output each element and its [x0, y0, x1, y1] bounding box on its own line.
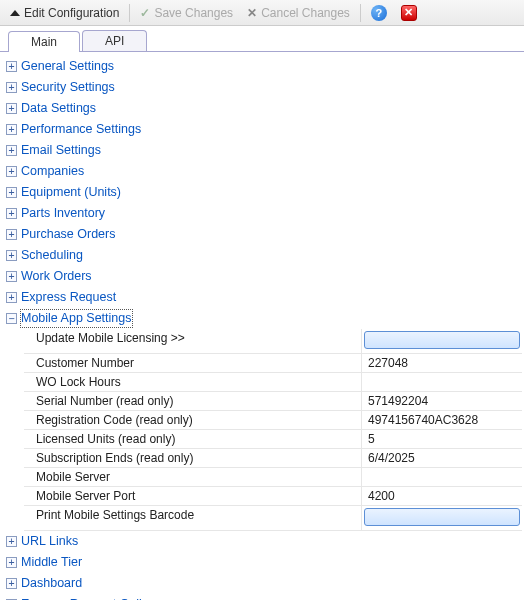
expand-icon[interactable]: + — [6, 61, 17, 72]
tree-label: Scheduling — [21, 247, 83, 264]
row-mobile-port: Mobile Server Port 4200 — [24, 487, 522, 506]
tree-security-settings[interactable]: + Security Settings — [2, 77, 522, 98]
tree-label: Express Request Online — [21, 596, 156, 600]
label-mobile-server: Mobile Server — [24, 468, 362, 486]
label-print-barcode: Print Mobile Settings Barcode — [24, 506, 362, 530]
value-reg-code: 4974156740AC3628 — [362, 411, 522, 429]
tree-express-request-online[interactable]: + Express Request Online — [2, 594, 522, 600]
label-wo-lock-hours: WO Lock Hours — [24, 373, 362, 391]
separator — [129, 4, 130, 22]
expand-icon[interactable]: + — [6, 82, 17, 93]
chevron-up-icon — [10, 10, 20, 16]
row-mobile-server: Mobile Server — [24, 468, 522, 487]
value-mobile-server[interactable] — [362, 468, 522, 486]
tree-url-links[interactable]: + URL Links — [2, 531, 522, 552]
row-update-licensing: Update Mobile Licensing >> — [24, 329, 522, 354]
x-icon: ✕ — [247, 6, 257, 20]
save-changes-label: Save Changes — [154, 6, 233, 20]
tree-label: Data Settings — [21, 100, 96, 117]
expand-icon[interactable]: + — [6, 229, 17, 240]
edit-config-label: Edit Configuration — [24, 6, 119, 20]
expand-icon[interactable]: + — [6, 145, 17, 156]
tree-label: Middle Tier — [21, 554, 82, 571]
tree-label: Companies — [21, 163, 84, 180]
tab-strip: Main API — [0, 26, 524, 52]
tree-purchase-orders[interactable]: + Purchase Orders — [2, 224, 522, 245]
tree-email-settings[interactable]: + Email Settings — [2, 140, 522, 161]
tree-label: Security Settings — [21, 79, 115, 96]
save-changes-button: ✓ Save Changes — [134, 4, 239, 22]
toolbar: Edit Configuration ✓ Save Changes ✕ Canc… — [0, 0, 524, 26]
tree-label: Parts Inventory — [21, 205, 105, 222]
tree-label: Email Settings — [21, 142, 101, 159]
expand-icon[interactable]: + — [6, 271, 17, 282]
label-reg-code: Registration Code (read only) — [24, 411, 362, 429]
tree-middle-tier[interactable]: + Middle Tier — [2, 552, 522, 573]
label-serial-number: Serial Number (read only) — [24, 392, 362, 410]
tree-content: + General Settings + Security Settings +… — [0, 52, 524, 600]
value-mobile-port[interactable]: 4200 — [362, 487, 522, 505]
tree-label: Work Orders — [21, 268, 92, 285]
tree-dashboard[interactable]: + Dashboard — [2, 573, 522, 594]
tree-parts-inventory[interactable]: + Parts Inventory — [2, 203, 522, 224]
value-wo-lock-hours[interactable] — [362, 373, 522, 391]
cancel-changes-label: Cancel Changes — [261, 6, 350, 20]
tab-main[interactable]: Main — [8, 31, 80, 52]
value-customer-number[interactable]: 227048 — [362, 354, 522, 372]
row-print-barcode: Print Mobile Settings Barcode — [24, 506, 522, 531]
tree-label: Purchase Orders — [21, 226, 115, 243]
update-licensing-button[interactable] — [364, 331, 520, 349]
value-licensed-units: 5 — [362, 430, 522, 448]
tree-label: Mobile App Settings — [21, 310, 132, 327]
check-icon: ✓ — [140, 6, 150, 20]
tree-mobile-app-settings[interactable]: − Mobile App Settings — [2, 308, 522, 329]
expand-icon[interactable]: + — [6, 578, 17, 589]
expand-icon[interactable]: + — [6, 166, 17, 177]
expand-icon[interactable]: + — [6, 187, 17, 198]
row-licensed-units: Licensed Units (read only) 5 — [24, 430, 522, 449]
tree-performance-settings[interactable]: + Performance Settings — [2, 119, 522, 140]
row-serial-number: Serial Number (read only) 571492204 — [24, 392, 522, 411]
separator — [360, 4, 361, 22]
row-customer-number: Customer Number 227048 — [24, 354, 522, 373]
value-serial-number: 571492204 — [362, 392, 522, 410]
tree-label: General Settings — [21, 58, 114, 75]
close-icon: ✕ — [401, 5, 417, 21]
tab-api[interactable]: API — [82, 30, 147, 51]
label-licensed-units: Licensed Units (read only) — [24, 430, 362, 448]
expand-icon[interactable]: + — [6, 103, 17, 114]
tree-scheduling[interactable]: + Scheduling — [2, 245, 522, 266]
edit-config-button[interactable]: Edit Configuration — [4, 4, 125, 22]
row-reg-code: Registration Code (read only) 4974156740… — [24, 411, 522, 430]
expand-icon[interactable]: + — [6, 250, 17, 261]
tree-label: Equipment (Units) — [21, 184, 121, 201]
tree-companies[interactable]: + Companies — [2, 161, 522, 182]
label-mobile-port: Mobile Server Port — [24, 487, 362, 505]
tree-label: Dashboard — [21, 575, 82, 592]
tree-label: URL Links — [21, 533, 78, 550]
label-subscription-ends: Subscription Ends (read only) — [24, 449, 362, 467]
expand-icon[interactable]: + — [6, 124, 17, 135]
row-subscription-ends: Subscription Ends (read only) 6/4/2025 — [24, 449, 522, 468]
label-update-licensing: Update Mobile Licensing >> — [24, 329, 362, 353]
label-customer-number: Customer Number — [24, 354, 362, 372]
tree-data-settings[interactable]: + Data Settings — [2, 98, 522, 119]
tree-label: Express Request — [21, 289, 116, 306]
help-icon: ? — [371, 5, 387, 21]
value-subscription-ends: 6/4/2025 — [362, 449, 522, 467]
tree-express-request[interactable]: + Express Request — [2, 287, 522, 308]
help-button[interactable]: ? — [365, 3, 393, 23]
expand-icon[interactable]: + — [6, 208, 17, 219]
expand-icon[interactable]: + — [6, 536, 17, 547]
tree-equipment[interactable]: + Equipment (Units) — [2, 182, 522, 203]
print-barcode-button[interactable] — [364, 508, 520, 526]
tree-general-settings[interactable]: + General Settings — [2, 56, 522, 77]
close-button[interactable]: ✕ — [395, 3, 423, 23]
expand-icon[interactable]: + — [6, 557, 17, 568]
tree-label: Performance Settings — [21, 121, 141, 138]
row-wo-lock-hours: WO Lock Hours — [24, 373, 522, 392]
expand-icon[interactable]: + — [6, 599, 17, 600]
collapse-icon[interactable]: − — [6, 313, 17, 324]
expand-icon[interactable]: + — [6, 292, 17, 303]
tree-work-orders[interactable]: + Work Orders — [2, 266, 522, 287]
